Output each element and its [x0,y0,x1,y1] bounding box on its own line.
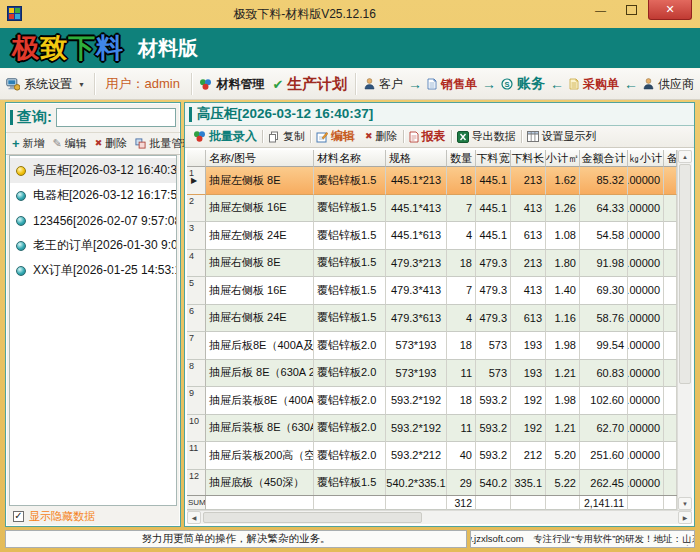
production-plan-button[interactable]: ✔ 生产计划 [272,75,347,94]
cell-amount: 99.54 [580,332,628,360]
edit-order-label: 编辑 [65,136,87,151]
columns-setup-label: 设置显示列 [542,129,597,144]
cell-sub: 1.21 [546,415,580,443]
vertical-scroll-thumb[interactable] [679,164,691,384]
cell-w: 573 [476,360,511,388]
minimize-button[interactable]: — [586,0,615,19]
order-bullet-icon [16,191,26,201]
resize-grip[interactable]: ⋰ [686,538,693,547]
table-row[interactable]: 10抽屉后装板 8E（630A 20线）覆铝锌板2.0593.2*1921159… [187,415,677,443]
horizontal-scrollbar[interactable]: ◀ ▶ [187,510,692,524]
horizontal-scroll-thumb[interactable] [203,512,422,523]
column-header[interactable]: 材料名称 [314,150,386,167]
sales-order-button[interactable]: 销售单 [427,76,477,93]
columns-icon [527,131,539,142]
material-mgmt-label: 材料管理 [216,76,264,93]
cell-w: 540.2 [476,470,511,496]
column-header[interactable]: 下料长 [511,150,546,167]
material-mgmt-button[interactable]: 材料管理 [199,76,264,93]
cell-amount: 69.30 [580,277,628,305]
column-header[interactable]: 下料宽 [476,150,511,167]
cell-remark [664,360,677,388]
vertical-scrollbar[interactable]: ▲ ▼ [677,150,692,510]
excel-icon [457,131,469,143]
cell-name: 抽屉后装板200高（空） [206,442,314,470]
table-row[interactable]: 6抽屉右侧板 24E覆铝锌板1.5479.3*6134479.36131.165… [187,305,677,333]
scroll-down-icon[interactable]: ▼ [678,497,692,510]
cell-l: 192 [511,415,546,443]
cell-remark [664,250,677,278]
finance-button[interactable]: S 账务 [501,75,545,93]
table-row[interactable]: 9抽屉后装板8E（400A以下2...覆铝锌板2.0593.2*19218593… [187,387,677,415]
cell-name: 抽屉左侧板 24E [206,222,314,250]
cell-l: 413 [511,195,546,223]
row-header: 6 [187,305,206,333]
cell-kg: 0.00000 [628,167,664,195]
cell-remark [664,305,677,333]
supplier-button[interactable]: 供应商 [643,76,694,93]
horizontal-scroll-track[interactable] [201,511,678,524]
query-input[interactable] [56,108,176,127]
order-list-item[interactable]: 电器柜[2026-03-12 16:17:56] [10,183,176,208]
table-row[interactable]: 1▶抽屉左侧板 8E覆铝锌板1.5445.1*21318445.12131.62… [187,167,677,195]
maximize-button[interactable] [617,0,646,19]
svg-text:S: S [504,80,509,89]
columns-setup-button[interactable]: 设置显示列 [522,129,602,144]
delete-row-button[interactable]: ✖ 删除 [360,129,403,144]
table-row[interactable]: 3抽屉左侧板 24E覆铝锌板1.5445.1*6134445.16131.085… [187,222,677,250]
cell-qty: 7 [447,277,476,305]
add-order-button[interactable]: + 新增 [8,136,49,151]
system-settings-button[interactable]: 系统设置 ▼ [6,76,86,93]
row-header: 10 [187,415,206,443]
cell-name: 抽屉右侧板 24E [206,305,314,333]
scroll-left-icon[interactable]: ◀ [187,511,201,524]
column-header[interactable]: ㎏小计 [628,150,664,167]
order-list-item[interactable]: 高压柜[2026-03-12 16:40:37] [10,158,176,183]
order-list-item[interactable]: 123456[2026-02-07 9:57:08] [10,208,176,233]
report-button[interactable]: 报表 [404,128,451,145]
column-header[interactable]: 备注 [664,150,677,167]
cell-kg: 0.00000 [628,305,664,333]
table-row[interactable]: 2抽屉左侧板 16E覆铝锌板1.5445.1*4137445.14131.266… [187,195,677,223]
column-header[interactable]: 小计㎡ [546,150,580,167]
scroll-right-icon[interactable]: ▶ [678,511,692,524]
batch-entry-button[interactable]: 批量录入 [188,128,262,145]
app-icon [7,6,23,22]
table-row[interactable]: 8抽屉后板 8E（630A 20线）覆铝锌板2.0573*19311573193… [187,360,677,388]
cell-material: 覆铝锌板1.5 [314,167,386,195]
show-hidden-checkbox[interactable]: ✓ [13,511,24,522]
statusbar: 努力用更简单的操作，解决繁杂的业务。 网址：www.jzxlsoft.com 专… [5,530,695,548]
column-header[interactable]: 金额合计 [580,150,628,167]
row-header: 5 [187,277,206,305]
close-button[interactable]: ✕ [648,0,692,20]
column-header[interactable]: 规格 [386,150,447,167]
order-list-item[interactable]: 老王的订单[2026-01-30 9:04:29] [10,233,176,258]
row-header: 4 [187,250,206,278]
cell-sub: 1.80 [546,250,580,278]
table-row[interactable]: 7抽屉后板8E（400A及以下2...覆铝锌板2.0573*1931857319… [187,332,677,360]
cell-material: 覆铝锌板2.0 [314,442,386,470]
query-row: 查询: [6,103,180,132]
table-row[interactable]: 4抽屉右侧板 8E覆铝锌板1.5479.3*21318479.32131.809… [187,250,677,278]
batch-entry-label: 批量录入 [209,128,257,145]
delete-order-button[interactable]: ✖ 删除 [91,136,132,151]
scroll-up-icon[interactable]: ▲ [678,150,692,163]
customer-button[interactable]: 客户 [364,76,403,93]
table-row[interactable]: 11抽屉后装板200高（空）覆铝锌板2.0593.2*21240593.2212… [187,442,677,470]
edit-order-button[interactable]: ✎ 编辑 [49,136,91,151]
export-data-button[interactable]: 导出数据 [452,129,521,144]
copy-button[interactable]: 复制 [263,129,310,144]
table-row[interactable]: 5抽屉右侧板 16E覆铝锌板1.5479.3*4137479.34131.406… [187,277,677,305]
sum-spec [386,496,447,510]
vertical-scroll-track[interactable] [678,163,692,497]
order-list-item[interactable]: XX订单[2026-01-25 14:53:10] [10,258,176,283]
table-row[interactable]: 12抽屉底板（450深）覆铝锌板1.5540.2*335.129540.2335… [187,470,677,496]
cell-w: 593.2 [476,387,511,415]
cell-l: 192 [511,387,546,415]
edit-row-button[interactable]: 编辑 [311,128,360,145]
customer-label: 客户 [379,76,403,93]
sum-w [476,496,511,510]
purchase-order-button[interactable]: 采购单 [569,76,619,93]
column-header[interactable]: 数量 [447,150,476,167]
column-header[interactable]: 名称/图号 [206,150,314,167]
